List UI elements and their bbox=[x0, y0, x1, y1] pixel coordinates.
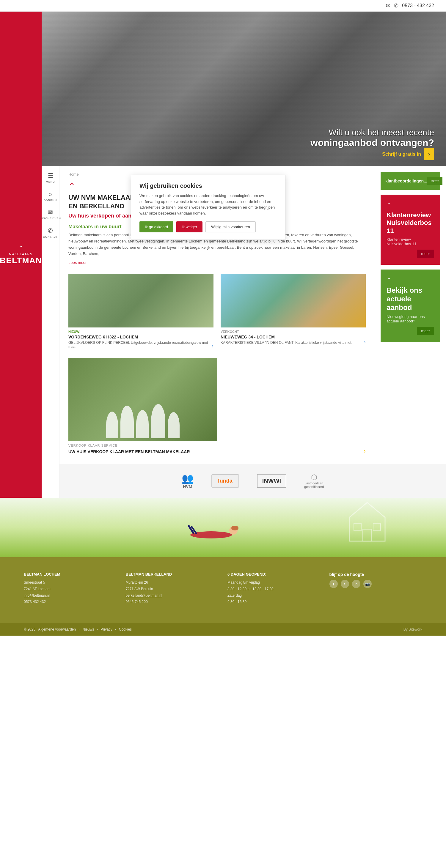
linkedin-icon[interactable]: in bbox=[352, 580, 360, 588]
review-box-title: Klantenreview Nuisvelderbos 11 bbox=[387, 211, 434, 235]
nvm-icon: 👥 bbox=[182, 473, 194, 484]
logo-inwwi: INWWI bbox=[257, 474, 286, 488]
nav-inschrijven[interactable]: ✉ INSCHRIJVEN bbox=[40, 209, 61, 220]
contact-label: CONTACT bbox=[43, 235, 58, 238]
aanbod-box: ⌃ Bekijk ons actuele aanbod Nieuwsgierig… bbox=[381, 270, 440, 342]
footer-col1-title: BELTMAN LOCHEM bbox=[24, 572, 117, 577]
contact-info: ✉ ✆ 0573 - 432 432 bbox=[386, 2, 434, 9]
footer-grid: BELTMAN LOCHEM Smeestraat 5 7241 AT Loch… bbox=[24, 572, 422, 605]
cookie-buttons: Ik ga akkoord Ik weiger Wijzig mijn voor… bbox=[140, 221, 277, 232]
property-image-1 bbox=[68, 274, 213, 328]
silhouette-2 bbox=[120, 406, 134, 438]
footer-sitework: By Sitework bbox=[404, 627, 422, 631]
nav-menu[interactable]: ☰ MENU bbox=[46, 172, 55, 183]
funda-label: funda bbox=[218, 478, 233, 484]
footer-col-4: blijf op de hoogte f t in 📷 bbox=[329, 572, 422, 605]
property-card-2: VERKOCHT NIEUWEWEG 34 - LOCHEM KARAKTERI… bbox=[220, 274, 366, 349]
hero-line2: woningaanbod ontvangen? bbox=[310, 137, 434, 148]
aanbod-meer-button[interactable]: meer bbox=[417, 327, 434, 335]
cookie-decline-button[interactable]: Ik weiger bbox=[176, 221, 203, 232]
properties-grid: NIEUW! VORDENSEWEG 6 H322 - LOCHEM GELIJ… bbox=[68, 274, 366, 349]
hero-cta-button[interactable]: › bbox=[424, 148, 434, 160]
review-meer-button[interactable]: meer bbox=[417, 250, 434, 258]
lying-person bbox=[187, 522, 241, 539]
svg-rect-5 bbox=[363, 529, 371, 541]
service-arrow-icon[interactable]: › bbox=[364, 447, 366, 455]
cookie-banner: Wij gebruiken cookies We maken gebruik v… bbox=[131, 175, 286, 240]
footer-bottom: © 2025 Algemene voorwaarden · Nieuws · P… bbox=[0, 623, 446, 636]
read-more-link[interactable]: Lees meer bbox=[68, 260, 87, 265]
footer-col-1: BELTMAN LOCHEM Smeestraat 5 7241 AT Loch… bbox=[24, 572, 117, 605]
property-card-1: NIEUW! VORDENSEWEG 6 H322 - LOCHEM GELIJ… bbox=[68, 274, 213, 349]
facebook-icon[interactable]: f bbox=[329, 580, 338, 588]
footer-col3-line1: Maandag t/m vrijdag bbox=[228, 580, 321, 586]
footer-col3-line4: 9:30 - 16:30 bbox=[228, 599, 321, 605]
mail-icon: ✉ bbox=[48, 209, 53, 216]
footer-col-2: BELTMAN BERKELLAND Muraltplein 26 7271 A… bbox=[126, 572, 219, 605]
footer-col1-line3: info@beltman.nl bbox=[24, 592, 117, 599]
property-desc-1: GELIJKVLOERS OP FLINK PERCEEL Uitgebouwd… bbox=[68, 341, 213, 349]
logos-row: 👥 NVM funda INWWI ⬡ vastgoedcertgecertif… bbox=[59, 464, 446, 498]
copyright: © 2025 bbox=[24, 627, 35, 631]
instagram-icon[interactable]: 📷 bbox=[363, 580, 371, 588]
footer-link-privacy[interactable]: Privacy bbox=[100, 627, 112, 631]
footer-link-cookies[interactable]: Cookies bbox=[119, 627, 132, 631]
property-image-2 bbox=[220, 274, 366, 328]
sidebar-ratings-more-button[interactable]: meer bbox=[427, 177, 442, 185]
inwwi-label: INWWI bbox=[262, 477, 281, 484]
footer-col3-text: Maandag t/m vrijdag 8:30 - 12:30 en 13:3… bbox=[228, 580, 321, 605]
property-arrow-2[interactable]: › bbox=[364, 339, 366, 345]
cookie-accept-button[interactable]: Ik ga akkoord bbox=[140, 221, 173, 232]
menu-label: MENU bbox=[46, 180, 55, 183]
cookie-text: We maken gebruik van cookies en andere t… bbox=[140, 193, 277, 216]
cookie-settings-button[interactable]: Wijzig mijn voorkeuren bbox=[205, 221, 256, 232]
footer-link-algemene[interactable]: Algemene voorwaarden bbox=[38, 627, 76, 631]
footer-col1-line1: Smeestraat 5 bbox=[24, 580, 117, 586]
team-silhouettes bbox=[106, 404, 180, 441]
search-icon: ⌕ bbox=[49, 190, 52, 197]
aanbod-box-text: Nieuwsgierig naar ons actuele aanbod? bbox=[387, 314, 434, 323]
hero-text: Wilt u ook het meest recente woningaanbo… bbox=[310, 128, 434, 148]
logo-nvm: 👥 NVM bbox=[182, 473, 194, 489]
nvm-label: NVM bbox=[183, 484, 192, 489]
svg-point-4 bbox=[231, 526, 238, 530]
menu-icon: ☰ bbox=[48, 172, 53, 179]
hero-section: Wilt u ook het meest recente woningaanbo… bbox=[41, 11, 446, 166]
social-icons: f t in 📷 bbox=[329, 580, 422, 588]
property-title-1: VORDENSEWEG 6 H322 - LOCHEM bbox=[68, 335, 213, 339]
footer-col2-line3: berkelland@beltman.nl bbox=[126, 592, 219, 599]
nav-aanbod[interactable]: ⌕ AANBOD bbox=[44, 190, 57, 202]
bijblijven-label: blijf op de hoogte bbox=[329, 572, 422, 577]
footer-col1-line4: 0573-432 432 bbox=[24, 599, 117, 605]
logo-area[interactable]: ⌃ MAKELAARS BELTMAN bbox=[0, 11, 41, 498]
property-title-2: NIEUWEWEG 34 - LOCHEM bbox=[220, 335, 366, 339]
hero-cta[interactable]: Schrijf u gratis in › bbox=[382, 148, 434, 160]
logo-funda: funda bbox=[211, 474, 239, 488]
phone-number: 0573 - 432 432 bbox=[402, 3, 434, 8]
svg-rect-7 bbox=[373, 523, 381, 531]
vastgoedcert-label: vastgoedcertgecertificeerd bbox=[304, 482, 324, 489]
sidebar-ratings-box: klantbeoordelingen... meer bbox=[381, 172, 440, 190]
property-arrow-1[interactable]: › bbox=[212, 343, 213, 349]
silhouette-5 bbox=[168, 412, 180, 438]
footer-col3-line3: Zaterdag bbox=[228, 592, 321, 599]
logo-vastgoedcert: ⬡ vastgoedcertgecertificeerd bbox=[304, 473, 324, 489]
team-service-label: VERKOOP KLAAR SERVICE bbox=[68, 444, 366, 447]
footer-col2-line1: Muraltplein 26 bbox=[126, 580, 219, 586]
phone-icon-nav: ✆ bbox=[48, 227, 53, 234]
left-nav: ☰ MENU ⌕ AANBOD ✉ INSCHRIJVEN ✆ CONTACT bbox=[41, 166, 59, 498]
nav-contact[interactable]: ✆ CONTACT bbox=[43, 227, 58, 238]
footer-col2-title: BELTMAN BERKELLAND bbox=[126, 572, 219, 577]
review-chevron-icon: ⌃ bbox=[387, 202, 434, 209]
review-box-subtitle: Klantenreview Nuisvelderbos 11 bbox=[387, 237, 434, 246]
header: ⌃ MAKELAARS BELTMAN Wilt u ook het meest… bbox=[0, 11, 446, 498]
footer-link-nieuws[interactable]: Nieuws bbox=[82, 627, 94, 631]
hero-line1: Wilt u ook het meest recente bbox=[310, 128, 434, 137]
sidebar-col: klantbeoordelingen... meer ⌃ Klantenrevi… bbox=[375, 166, 446, 464]
logo-beltman: BELTMAN bbox=[0, 256, 42, 266]
email-icon: ✉ bbox=[386, 2, 390, 9]
team-section: VERKOOP KLAAR SERVICE UW HUIS VERKOOP KL… bbox=[68, 358, 366, 455]
property-desc-2: KARAKTERISTIEKE VILLA 'IN DEN OLIFANT' K… bbox=[220, 341, 366, 345]
twitter-icon[interactable]: t bbox=[341, 580, 349, 588]
silhouette-3 bbox=[136, 410, 149, 438]
